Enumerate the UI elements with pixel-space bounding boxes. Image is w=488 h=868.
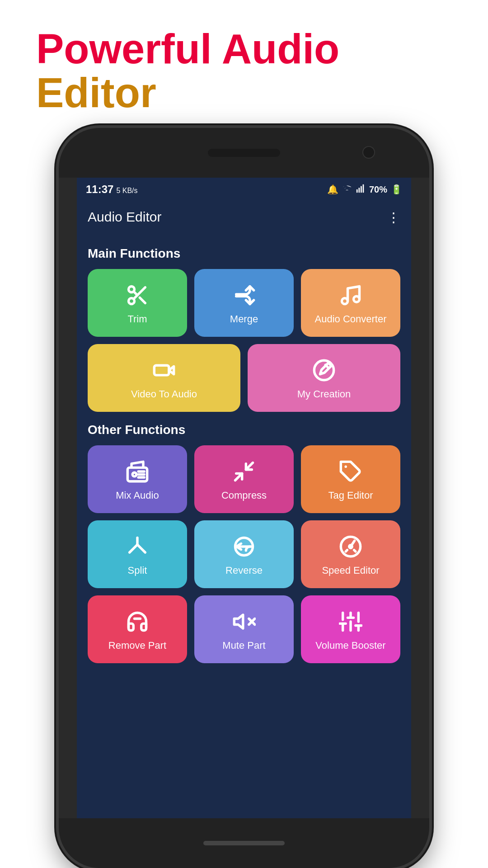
svg-rect-2: [361, 186, 362, 193]
status-left: 11:37 5 KB/s: [86, 183, 138, 196]
remove-part-button[interactable]: Remove Part: [88, 595, 187, 663]
remove-part-label: Remove Part: [108, 640, 166, 651]
my-creation-button[interactable]: My Creation: [248, 344, 400, 412]
reverse-icon: [232, 535, 256, 558]
scissors-icon: [126, 283, 149, 307]
home-indicator[interactable]: [203, 841, 285, 845]
speed-editor-button[interactable]: Speed Editor: [301, 520, 400, 588]
mute-icon: [232, 610, 256, 633]
reverse-button[interactable]: Reverse: [194, 520, 294, 588]
speedometer-icon: [339, 535, 362, 558]
svg-rect-0: [357, 189, 358, 193]
speed-editor-label: Speed Editor: [322, 565, 379, 576]
overflow-menu-button[interactable]: ⋮: [387, 209, 400, 225]
phone-shell: 11:37 5 KB/s 🔔 70% 🔋 Audio Editor ⋮: [59, 128, 429, 868]
main-functions-grid-row1: Trim Merge Audio Converter: [88, 269, 400, 337]
other-functions-grid-row2: Split Reverse Speed Editor: [88, 520, 400, 588]
phone-top-bezel: [59, 128, 429, 178]
audio-converter-button[interactable]: Audio Converter: [301, 269, 400, 337]
svg-rect-11: [154, 365, 169, 375]
other-functions-grid-row3: Remove Part Mute Part Volume Booster: [88, 595, 400, 663]
svg-point-10: [354, 296, 360, 302]
app-bar-title: Audio Editor: [88, 209, 161, 225]
status-kb: 5 KB/s: [116, 187, 137, 195]
radio-icon: [126, 460, 149, 483]
tag-icon: [339, 460, 362, 483]
trim-button[interactable]: Trim: [88, 269, 187, 337]
svg-point-14: [132, 472, 136, 476]
other-functions-title: Other Functions: [88, 423, 400, 437]
compress-icon: [232, 460, 256, 483]
guitar-icon: [339, 283, 362, 307]
reverse-label: Reverse: [225, 565, 263, 576]
svg-line-8: [134, 292, 137, 295]
tag-editor-label: Tag Editor: [328, 490, 373, 501]
headphone-minus-icon: [126, 610, 149, 633]
mute-part-label: Mute Part: [222, 640, 265, 651]
phone-speaker: [208, 149, 280, 157]
video-to-audio-label: Video To Audio: [131, 388, 197, 400]
app-bar: Audio Editor ⋮: [77, 201, 411, 233]
compress-label: Compress: [221, 490, 267, 501]
my-creation-label: My Creation: [297, 388, 351, 400]
trim-label: Trim: [127, 313, 147, 325]
mix-audio-label: Mix Audio: [116, 490, 159, 501]
phone-screen: 11:37 5 KB/s 🔔 70% 🔋 Audio Editor ⋮: [77, 178, 411, 818]
mute-part-button[interactable]: Mute Part: [194, 595, 294, 663]
svg-rect-3: [363, 184, 364, 193]
alarm-icon: 🔔: [327, 184, 338, 195]
volume-booster-button[interactable]: Volume Booster: [301, 595, 400, 663]
compress-button[interactable]: Compress: [194, 445, 294, 513]
merge-label: Merge: [230, 313, 258, 325]
merge-button[interactable]: Merge: [194, 269, 294, 337]
status-right: 🔔 70% 🔋: [327, 184, 402, 196]
signal-icon: [356, 184, 366, 196]
video-icon: [152, 359, 176, 382]
battery-icon: 🔋: [391, 184, 402, 195]
svg-line-7: [140, 298, 145, 303]
svg-marker-25: [234, 615, 243, 628]
volume-booster-label: Volume Booster: [315, 640, 385, 651]
page-title-line2: Editor: [36, 71, 452, 115]
pencil-circle-icon: [312, 359, 336, 382]
main-functions-title: Main Functions: [88, 246, 400, 261]
sliders-icon: [339, 610, 362, 633]
split-label: Split: [128, 565, 147, 576]
other-functions-grid-row1: Mix Audio Compress Tag Editor: [88, 445, 400, 513]
video-to-audio-button[interactable]: Video To Audio: [88, 344, 240, 412]
split-icon: [126, 535, 149, 558]
split-button[interactable]: Split: [88, 520, 187, 588]
tag-editor-button[interactable]: Tag Editor: [301, 445, 400, 513]
wifi-icon: [342, 184, 352, 196]
phone-camera: [362, 146, 375, 159]
svg-point-12: [314, 361, 333, 380]
phone-bottom-bezel: [59, 818, 429, 868]
status-bar: 11:37 5 KB/s 🔔 70% 🔋: [77, 178, 411, 201]
audio-converter-label: Audio Converter: [315, 313, 387, 325]
status-time: 11:37: [86, 183, 113, 196]
merge-icon: [232, 283, 256, 307]
mix-audio-button[interactable]: Mix Audio: [88, 445, 187, 513]
page-title-line1: Powerful Audio: [36, 27, 452, 71]
main-functions-grid-row2: Video To Audio My Creation: [88, 344, 400, 412]
battery-status: 70%: [369, 184, 387, 195]
scroll-content[interactable]: Main Functions Trim Merge: [77, 233, 411, 818]
svg-point-9: [342, 298, 348, 304]
svg-point-23: [349, 545, 352, 548]
page-title-container: Powerful Audio Editor: [0, 0, 488, 128]
svg-rect-1: [358, 188, 360, 193]
